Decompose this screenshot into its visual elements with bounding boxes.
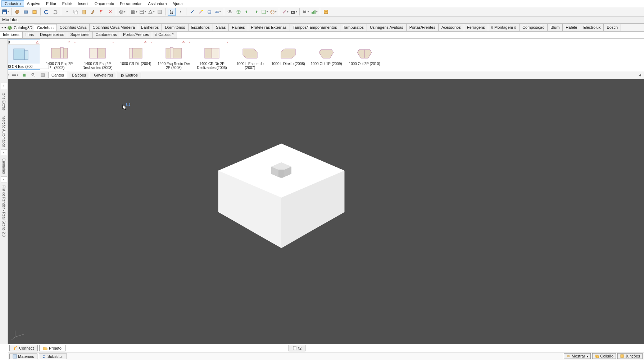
tab-dormitorios[interactable]: Dormitórios — [162, 24, 188, 31]
tab-tampos[interactable]: Tampos/Tamponamentos — [290, 24, 340, 31]
tab-escritorios[interactable]: Escritórios — [188, 24, 213, 31]
gallery-item[interactable]: 1000 Obl 2P (2010) — [345, 40, 384, 66]
menu-exibir[interactable]: Exibir — [59, 1, 75, 6]
camera-dropdown[interactable] — [290, 8, 298, 16]
tab-tamburatos[interactable]: Tamburatos — [340, 24, 367, 31]
tab-montagem[interactable]: # Montagem # — [488, 24, 520, 31]
filter-tab-eletros[interactable]: p/ Eletros — [118, 72, 141, 78]
tab-paineis[interactable]: Painéis — [228, 24, 248, 31]
tab-banheiros[interactable]: Banheiros — [138, 24, 162, 31]
side-btn-3[interactable]: ▫ — [1, 176, 7, 183]
gallery-item[interactable]: ▪ 1400 CR Dir 2P Deslizantes (2006) — [193, 40, 231, 70]
eye-icon[interactable] — [226, 8, 234, 16]
status-juncoes[interactable]: Junções — [617, 353, 643, 359]
paste-button[interactable] — [80, 8, 88, 16]
tab-portas-frentes[interactable]: Portas/Frentes — [406, 24, 439, 31]
tab-blum[interactable]: Blum — [547, 24, 563, 31]
gallery-item[interactable]: ⚠▪ 1400 Esq Recto Der 2P (2005) — [155, 40, 193, 70]
subtab-inferiores[interactable]: Inferiores — [0, 32, 23, 38]
delete-button[interactable]: ✕ — [106, 8, 114, 16]
shape-dropdown[interactable] — [147, 8, 155, 16]
filter-icon-3[interactable] — [20, 71, 28, 79]
panel-icon[interactable] — [156, 8, 164, 16]
filter-tab-balcoes[interactable]: Balcões — [69, 72, 89, 78]
filter-tab-gaveteiros[interactable]: Gaveteiros — [91, 72, 116, 78]
select-dropdown[interactable] — [176, 8, 184, 16]
side-label-camadas[interactable]: Camadas — [2, 158, 6, 174]
tab-cozinhas[interactable]: Cozinhas — [34, 24, 57, 31]
side-btn-1[interactable]: ▫ — [1, 83, 7, 89]
gallery-item[interactable]: 1000 L Esquerdo (2007) — [231, 40, 269, 70]
layout-dropdown[interactable] — [139, 8, 146, 16]
export-icon[interactable] — [322, 8, 330, 16]
bottom-tab-connect[interactable]: Connect — [9, 345, 38, 351]
menu-inserir[interactable]: Inserir — [75, 1, 92, 6]
flag-icon[interactable] — [97, 8, 105, 16]
tab-salas[interactable]: Salas — [213, 24, 229, 31]
copy-button[interactable] — [72, 8, 80, 16]
undo-button[interactable] — [42, 8, 50, 16]
view-dropdown[interactable] — [260, 8, 268, 16]
grid-dropdown[interactable] — [130, 8, 138, 16]
tab-composicao[interactable]: Composição — [519, 24, 548, 31]
filter-tab-cantos[interactable]: Cantos — [48, 72, 67, 78]
side-label-insercao[interactable]: Inserção Automática — [2, 115, 6, 147]
gallery-item[interactable]: 1000 Obl 1P (2009) — [307, 40, 345, 66]
measure-dropdown[interactable] — [281, 8, 289, 16]
menu-orcamento[interactable]: Orçamento — [92, 1, 117, 6]
gallery-item[interactable]: 1000 L Direito (2008) — [269, 40, 307, 66]
chart-dropdown[interactable] — [310, 8, 318, 16]
nav-icon-2[interactable] — [243, 8, 251, 16]
filter-icon-2[interactable] — [11, 71, 19, 79]
brush-icon[interactable] — [89, 8, 97, 16]
subtab-caixas[interactable]: # Caixas # — [152, 32, 177, 38]
subtab-despenseiros[interactable]: Despenseiros — [37, 32, 67, 38]
gallery-item[interactable]: ⚠▪ 1000 CR Dir (2004) — [117, 40, 155, 66]
tool-icon-2[interactable] — [22, 8, 30, 16]
tab-usinagens[interactable]: Usinagens Avulsas — [367, 24, 407, 31]
bottom-tab-t2[interactable]: t2 — [289, 345, 305, 351]
menu-ajuda[interactable]: Ajuda — [170, 1, 186, 6]
tab-ferragens[interactable]: Ferragens — [464, 24, 488, 31]
viewport-3d[interactable] — [8, 79, 644, 344]
subtab-cantoneiras[interactable]: Cantoneiras — [92, 32, 120, 38]
3d-dropdown[interactable]: 3D — [214, 8, 222, 16]
select-tool[interactable] — [168, 8, 176, 16]
filter-icon-4[interactable] — [30, 71, 37, 79]
wizard-icon[interactable] — [197, 8, 205, 16]
bottom-tab-projeto[interactable]: Projeto — [39, 345, 65, 351]
subtab-superiores[interactable]: Superiores — [67, 32, 92, 38]
subtab-portas-frentes[interactable]: Portas/Frentes — [120, 32, 152, 38]
line-tool[interactable] — [188, 8, 196, 16]
tool-icon-3[interactable] — [31, 8, 38, 16]
catalog-selector[interactable]: ▾ ◂ Catalog3D — [0, 24, 34, 31]
cube-dropdown[interactable] — [269, 8, 277, 16]
menu-assinatura[interactable]: Assinatura — [145, 1, 170, 6]
tab-electrolux[interactable]: Electrolux — [580, 24, 604, 31]
tool-icon-1[interactable] — [13, 8, 21, 16]
menu-cadastro[interactable]: Cadastro — [1, 0, 24, 7]
tab-prateleiras[interactable]: Prateleiras Externas — [248, 24, 290, 31]
print-dropdown[interactable] — [301, 8, 309, 16]
nav-icon-3[interactable] — [252, 8, 260, 16]
filter-icon-5[interactable] — [39, 71, 47, 79]
save-button[interactable] — [1, 8, 9, 16]
menu-editar[interactable]: Editar — [43, 1, 59, 6]
side-btn-2[interactable]: ▫ — [1, 149, 7, 156]
redo-button[interactable] — [51, 8, 59, 16]
nav-icon-1[interactable] — [235, 8, 242, 16]
tab-cozinhas-cava-madeira[interactable]: Cozinhas Cava Madeira — [89, 24, 138, 31]
side-label-render[interactable]: Fila de Render - Real Scene 2.0 — [2, 185, 6, 237]
bottom-tab-materiais[interactable]: Materiais — [9, 354, 37, 359]
dimension-icon[interactable] — [205, 8, 213, 16]
tab-cozinhas-cava[interactable]: Cozinhas Cava — [56, 24, 90, 31]
collapse-gallery-icon[interactable]: ◀ — [639, 73, 641, 77]
cut-button[interactable]: ✂ — [63, 8, 71, 16]
bottom-tab-substituir[interactable]: Substituir — [39, 354, 67, 359]
status-mostrar[interactable]: Mostrar — [564, 353, 591, 359]
box-dropdown[interactable] — [118, 8, 126, 16]
subtab-ilhas[interactable]: Ilhas — [22, 32, 37, 38]
tab-acessorios[interactable]: Acessórios — [438, 24, 464, 31]
gallery-item[interactable]: ▪ 1400 CR Esq 2P Deslizantes (2003) — [78, 40, 117, 70]
menu-ferramentas[interactable]: Ferramentas — [117, 1, 145, 6]
